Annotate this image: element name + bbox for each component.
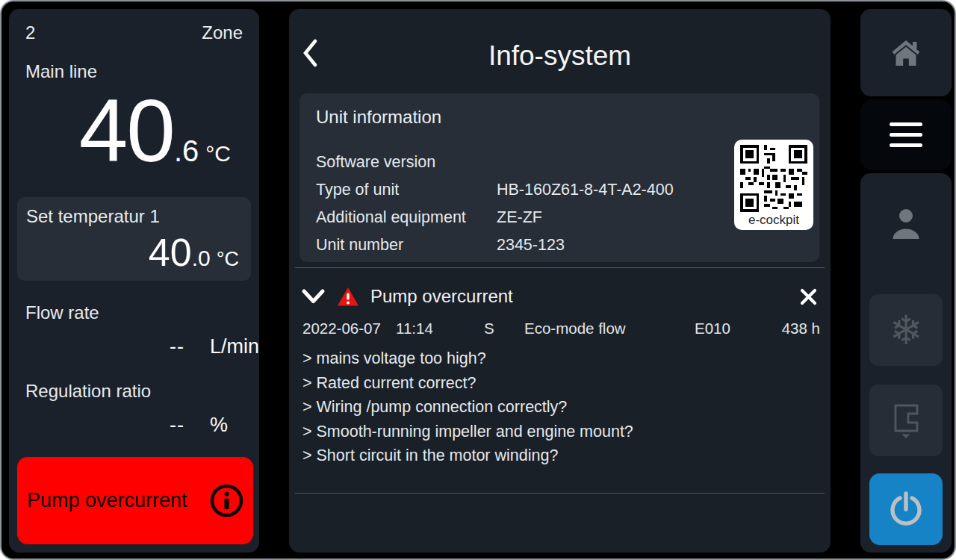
flow-rate-value: -- bbox=[9, 335, 184, 358]
alarm-meta-row: 2022-06-07 11:14 S Eco-mode flow E010 43… bbox=[302, 320, 820, 337]
cooling-button[interactable]: ❄ bbox=[869, 294, 943, 366]
section-divider bbox=[295, 493, 825, 494]
alarm-code: E010 bbox=[695, 320, 766, 337]
zone-layout-icon bbox=[889, 402, 923, 439]
menu-icon-bar bbox=[890, 143, 922, 147]
close-icon bbox=[798, 287, 819, 307]
row-label: Unit number bbox=[316, 231, 497, 259]
main-temp-unit: °C bbox=[205, 141, 231, 166]
alarm-title: Pump overcurrent bbox=[370, 286, 513, 307]
alarm-hint: > Wiring /pump connection correctly? bbox=[302, 395, 633, 420]
qr-code-icon bbox=[740, 145, 807, 212]
chevron-down-icon bbox=[301, 288, 326, 305]
alarm-state: S bbox=[484, 320, 524, 337]
alarm-time: 11:14 bbox=[396, 320, 484, 337]
alarm-hints-list: > mains voltage too high? > Rated curren… bbox=[302, 346, 633, 468]
alarm-entry-header: Pump overcurrent bbox=[301, 281, 819, 312]
warning-icon bbox=[337, 287, 359, 307]
alarm-operating-hours: 438 h bbox=[766, 320, 820, 337]
set-temp-unit: °C bbox=[217, 248, 239, 270]
snowflake-icon: ❄ bbox=[889, 310, 922, 350]
alarm-date: 2022-06-07 bbox=[302, 320, 396, 337]
set-temp-decimal: .0 bbox=[192, 246, 211, 270]
main-temperature-display: 40.6°C bbox=[16, 87, 231, 175]
zone-number: 2 bbox=[25, 22, 35, 43]
zone-panel: 2 Zone Main line 40.6°C Set temperatur 1… bbox=[9, 9, 259, 553]
zone-label: Zone bbox=[202, 22, 243, 43]
sidebar-group: ❄ bbox=[860, 173, 952, 553]
page-title: Info-system bbox=[289, 40, 831, 72]
e-cockpit-qr-code: e-cockpit bbox=[734, 140, 813, 230]
collapse-alarm-button[interactable] bbox=[301, 288, 326, 305]
alarm-hint: > mains voltage too high? bbox=[302, 346, 633, 371]
row-label: Additional equipment bbox=[316, 204, 497, 231]
regulation-ratio-unit: % bbox=[210, 414, 228, 437]
set-temperature-value: 40.0°C bbox=[149, 233, 239, 272]
alert-button-label: Pump overcurrent bbox=[27, 489, 187, 512]
regulation-ratio-value: -- bbox=[9, 414, 184, 437]
qr-code-label: e-cockpit bbox=[734, 213, 813, 228]
unit-info-row: Unit number2345-123 bbox=[316, 231, 803, 259]
unit-info-row: Software version bbox=[316, 149, 803, 176]
unit-info-row: Additional equipmentZE-ZF bbox=[316, 204, 803, 231]
set-temperature-label: Set temperatur 1 bbox=[26, 206, 160, 227]
unit-information-card: Unit information Software version Type o… bbox=[299, 93, 819, 262]
user-button[interactable] bbox=[860, 206, 952, 242]
set-temperature-card[interactable]: Set temperatur 1 40.0°C bbox=[17, 197, 251, 281]
hmi-screen: 2 Zone Main line 40.6°C Set temperatur 1… bbox=[0, 0, 956, 560]
row-value: 2345-123 bbox=[497, 236, 565, 254]
alarm-hint: > Smooth-running impeller and engine mou… bbox=[302, 420, 633, 444]
main-temp-integer: 40 bbox=[79, 81, 174, 180]
unit-information-title: Unit information bbox=[316, 107, 803, 128]
main-temp-decimal: .6 bbox=[174, 134, 199, 167]
row-label: Type of unit bbox=[316, 176, 497, 204]
unit-info-row: Type of unitHB-160Z61-8-4T-A2-400 bbox=[316, 176, 803, 204]
section-divider bbox=[295, 267, 825, 268]
row-label: Software version bbox=[316, 149, 497, 176]
flow-rate-row: -- L/min bbox=[9, 335, 259, 358]
flow-rate-unit: L/min bbox=[210, 335, 259, 358]
row-value: ZE-ZF bbox=[497, 208, 542, 226]
zone-select-button[interactable] bbox=[869, 385, 943, 456]
power-button[interactable] bbox=[869, 473, 943, 545]
alarm-mode: Eco-mode flow bbox=[524, 320, 695, 337]
alarm-hint: > Rated current correct? bbox=[302, 371, 633, 396]
alarm-hint: > Short circuit in the motor winding? bbox=[302, 444, 633, 468]
menu-button-active[interactable] bbox=[860, 99, 952, 170]
zone-header: 2 Zone bbox=[25, 22, 243, 43]
info-system-panel: Info-system Unit information Software ve… bbox=[289, 9, 831, 553]
info-icon bbox=[209, 483, 244, 518]
close-alarm-button[interactable] bbox=[798, 287, 819, 307]
menu-icon bbox=[890, 122, 922, 126]
regulation-ratio-row: -- % bbox=[9, 414, 228, 437]
power-icon bbox=[887, 491, 925, 527]
home-icon bbox=[890, 39, 922, 67]
set-temp-integer: 40 bbox=[149, 231, 192, 274]
home-button[interactable] bbox=[860, 9, 952, 96]
user-icon bbox=[889, 206, 923, 242]
flow-rate-label: Flow rate bbox=[25, 302, 99, 323]
menu-icon-bar bbox=[890, 133, 922, 137]
row-value: HB-160Z61-8-4T-A2-400 bbox=[497, 181, 674, 199]
regulation-ratio-label: Regulation ratio bbox=[25, 381, 151, 402]
main-line-label: Main line bbox=[25, 61, 97, 82]
pump-overcurrent-alert-button[interactable]: Pump overcurrent bbox=[17, 457, 253, 544]
